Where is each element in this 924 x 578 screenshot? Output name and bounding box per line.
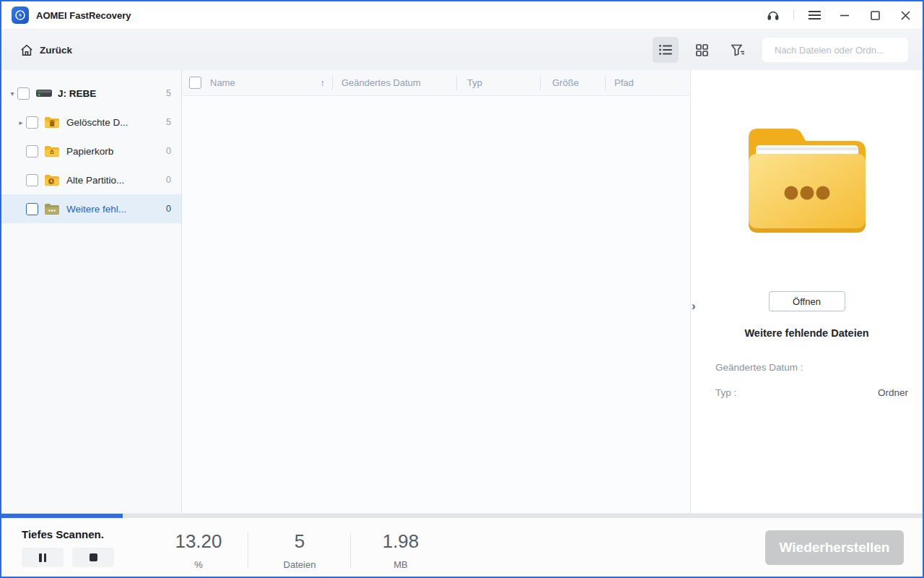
column-header-size[interactable]: Größe: [540, 70, 605, 95]
app-window: AOMEI FastRecovery: [0, 0, 924, 578]
file-table: Name ↑ Geändertes Datum Typ Größe Pfad: [182, 70, 690, 513]
checkbox[interactable]: [26, 203, 38, 215]
tree-item-count: 0: [166, 146, 171, 156]
column-header-path[interactable]: Pfad: [605, 70, 690, 95]
field-modified-date: Geändertes Datum :: [715, 362, 908, 373]
sidebar-item-old-partition[interactable]: Alte Partitio... 0: [1, 165, 181, 194]
stat-value: 5: [256, 530, 343, 553]
folder-clock-icon: [45, 173, 61, 186]
grid-view-button[interactable]: [689, 37, 715, 63]
folder-recycle-icon: [45, 144, 61, 158]
field-label: Geändertes Datum :: [715, 362, 803, 373]
list-view-icon: [659, 45, 672, 55]
stat-unit: MB: [357, 559, 444, 570]
recover-button[interactable]: Wiederherstellen: [765, 530, 904, 565]
stat-value: 1.98: [357, 530, 444, 553]
sidebar-item-other-missing-files[interactable]: Weitere fehl... 0: [1, 194, 181, 223]
stat-value: 13.20: [155, 530, 242, 553]
search-box: [762, 38, 908, 62]
sidebar-item-drive[interactable]: ▾ J: REBE 5: [1, 79, 181, 108]
column-header-date[interactable]: Geändertes Datum: [332, 70, 456, 95]
tree-item-label: J: REBE: [58, 88, 166, 99]
filter-button[interactable]: [725, 37, 751, 63]
open-button[interactable]: Öffnen: [769, 291, 845, 311]
titlebar: AOMEI FastRecovery: [1, 1, 923, 29]
checkbox[interactable]: [26, 174, 38, 186]
tree-item-label: Papierkorb: [66, 146, 166, 157]
stat-size: 1.98 MB: [357, 530, 444, 570]
maximize-button[interactable]: [865, 5, 885, 25]
scan-status-label: Tiefes Scannen.: [22, 528, 114, 540]
support-headset-icon[interactable]: [763, 5, 783, 25]
stat-percent: 13.20 %: [155, 530, 242, 570]
drive-icon: [36, 87, 52, 100]
back-label: Zurück: [40, 45, 72, 56]
table-header: Name ↑ Geändertes Datum Typ Größe Pfad: [182, 70, 690, 96]
sidebar-tree: ▾ J: REBE 5 ▸: [1, 70, 182, 513]
selected-item-title: Weitere fehlende Dateien: [691, 327, 923, 339]
select-all-checkbox[interactable]: [189, 77, 201, 89]
main-area: ▾ J: REBE 5 ▸: [1, 70, 923, 514]
pause-icon: [39, 553, 42, 562]
stat-divider: [350, 532, 351, 569]
column-label: Größe: [552, 77, 579, 88]
stop-icon: [90, 553, 97, 561]
tree-item-label: Alte Partitio...: [66, 175, 166, 186]
column-label: Name: [210, 77, 235, 88]
tree-item-count: 0: [166, 175, 171, 185]
caret-right-icon[interactable]: ▸: [16, 118, 26, 126]
folder-trash-icon: [45, 116, 61, 129]
folder-more-icon: [45, 202, 61, 215]
close-button[interactable]: [895, 5, 915, 25]
tree-item-count: 5: [166, 88, 171, 98]
checkbox[interactable]: [26, 145, 38, 158]
app-logo-icon: [12, 7, 29, 24]
sidebar-item-deleted-files[interactable]: ▸ Gelöschte D... 5: [1, 108, 181, 137]
big-folder-icon: [738, 118, 876, 242]
tree-item-label: Gelöschte D...: [66, 117, 166, 128]
checkbox[interactable]: [26, 116, 38, 129]
grid-view-icon: [696, 44, 708, 56]
filter-icon: [731, 44, 745, 56]
back-home-button[interactable]: Zurück: [20, 44, 72, 56]
tree-item-count: 5: [166, 117, 171, 127]
list-view-button[interactable]: [653, 37, 679, 63]
app-title: AOMEI FastRecovery: [36, 10, 131, 21]
titlebar-divider: [793, 10, 794, 20]
checkbox[interactable]: [17, 87, 30, 100]
table-body-empty: [182, 96, 690, 513]
search-input[interactable]: [775, 45, 902, 56]
column-label: Typ: [467, 77, 482, 88]
sidebar-item-recycle-bin[interactable]: Papierkorb 0: [1, 137, 181, 165]
home-icon: [20, 44, 33, 56]
pause-scan-button[interactable]: [22, 548, 64, 567]
field-type: Typ : Ordner: [715, 387, 908, 398]
collapse-panel-chevron-icon[interactable]: ›: [692, 300, 696, 312]
stop-scan-button[interactable]: [72, 548, 114, 567]
stat-divider: [248, 532, 248, 569]
stat-unit: Dateien: [256, 559, 343, 570]
menu-hamburger-icon[interactable]: [804, 5, 824, 25]
detail-panel: › Öffnen: [690, 70, 923, 513]
caret-down-icon[interactable]: ▾: [7, 90, 17, 98]
column-header-name[interactable]: Name ↑: [182, 70, 332, 95]
stat-unit: %: [155, 559, 242, 570]
minimize-button[interactable]: [834, 5, 855, 25]
column-header-type[interactable]: Typ: [456, 70, 540, 95]
status-bar: Tiefes Scannen. 13.20 % 5 Dateien 1.98 M: [1, 518, 923, 577]
column-label: Geändertes Datum: [341, 77, 421, 88]
sort-ascending-icon[interactable]: ↑: [321, 77, 326, 88]
stat-files: 5 Dateien: [256, 530, 343, 570]
column-label: Pfad: [614, 77, 634, 88]
field-label: Typ :: [715, 387, 736, 398]
field-value: Ordner: [878, 387, 908, 398]
toolbar: Zurück: [1, 29, 923, 70]
tree-item-label: Weitere fehl...: [66, 204, 166, 215]
tree-item-count: 0: [166, 204, 171, 214]
